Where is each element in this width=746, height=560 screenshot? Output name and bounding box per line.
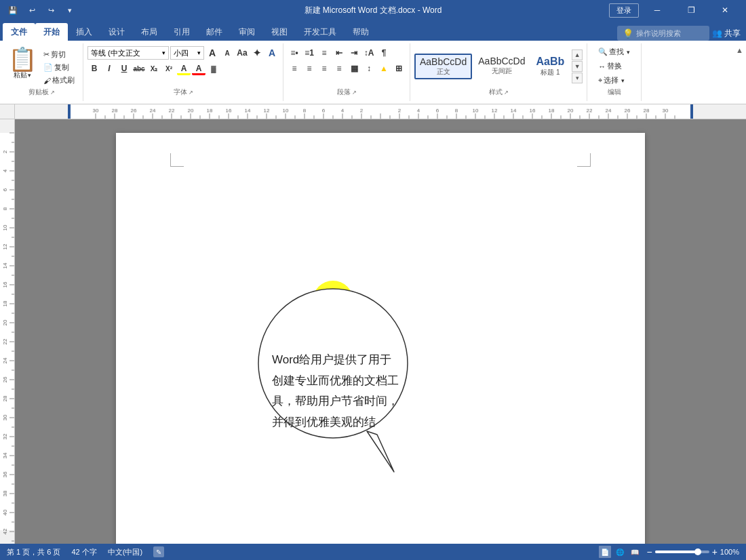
styles-scroll-up-button[interactable]: ▲	[572, 49, 583, 60]
zoom-level: 100%	[720, 548, 739, 556]
font-name-selector[interactable]: 等线 (中文正文 ▾	[87, 46, 169, 60]
find-label: 查找	[609, 47, 624, 57]
clipboard-expand-icon[interactable]: ↗	[50, 89, 55, 96]
align-center-button[interactable]: ≡	[302, 62, 316, 75]
tab-design[interactable]: 设计	[100, 23, 133, 41]
line-spacing-button[interactable]: ↕	[362, 62, 376, 75]
track-changes-icon[interactable]: ✎	[153, 546, 164, 557]
document-area[interactable]: ↖ Word给用户提供了用于创建专业而优雅的文档工具，帮助用户节省时间，并得到优…	[15, 119, 746, 544]
increase-indent-button[interactable]: ⇥	[347, 46, 361, 60]
multilevel-list-button[interactable]: ≡	[317, 46, 331, 60]
text-shading-button[interactable]: ▓	[207, 62, 220, 75]
find-dropdown-icon[interactable]: ▾	[627, 49, 630, 56]
restore-button[interactable]: ❐	[675, 0, 707, 20]
help-search-input[interactable]	[636, 29, 704, 37]
title-right: 登录 ─ ❐ ✕	[609, 0, 741, 20]
tab-developer[interactable]: 开发工具	[296, 23, 345, 41]
align-left-button[interactable]: ≡	[288, 62, 301, 75]
font-color-button[interactable]: A	[192, 62, 205, 75]
font-grow-button[interactable]: A	[205, 46, 219, 60]
cut-button[interactable]: ✂ 剪切	[41, 49, 77, 60]
bullets-button[interactable]: ≡•	[288, 46, 301, 60]
format-painter-button[interactable]: 🖌 格式刷	[41, 75, 77, 86]
tab-layout[interactable]: 布局	[133, 23, 165, 41]
collapse-ribbon-button[interactable]: ▲	[733, 43, 746, 101]
change-case-button[interactable]: Aa	[235, 46, 249, 60]
zoom-bar: − + 100%	[646, 546, 739, 557]
tab-mailings[interactable]: 邮件	[198, 23, 231, 41]
tab-home[interactable]: 开始	[35, 23, 68, 41]
tab-review[interactable]: 审阅	[231, 23, 263, 41]
clear-format-button[interactable]: ✦	[250, 46, 264, 60]
share-button[interactable]: 👥 共享	[712, 28, 741, 39]
paste-dropdown-icon[interactable]: ▾	[28, 72, 31, 79]
undo-icon[interactable]: ↩	[24, 3, 39, 18]
redo-icon[interactable]: ↪	[43, 3, 58, 18]
text-effect-button[interactable]: A	[265, 46, 279, 60]
font-name-dropdown-icon[interactable]: ▾	[162, 49, 165, 56]
customize-qat-icon[interactable]: ▾	[62, 3, 77, 18]
paste-button[interactable]: 📋 粘贴 ▾	[5, 46, 39, 81]
help-search-box[interactable]: 💡	[617, 26, 709, 41]
tab-help[interactable]: 帮助	[345, 23, 377, 41]
style-normal[interactable]: AaBbCcDd 正文	[414, 54, 472, 79]
bold-button[interactable]: B	[87, 62, 101, 75]
zoom-out-button[interactable]: −	[646, 546, 652, 557]
copy-button[interactable]: 📄 复制	[41, 62, 77, 73]
find-icon: 🔍	[598, 47, 608, 56]
print-layout-button[interactable]: 📄	[599, 546, 611, 558]
save-icon[interactable]: 💾	[5, 3, 20, 18]
styles-more-button[interactable]: ▾	[572, 73, 583, 83]
select-dropdown-icon[interactable]: ▾	[621, 77, 625, 84]
underline-button[interactable]: U	[117, 62, 131, 75]
shading-button[interactable]: ▲	[377, 62, 391, 75]
columns-button[interactable]: ▦	[347, 62, 361, 75]
font-expand-icon[interactable]: ↗	[189, 89, 193, 96]
tab-view[interactable]: 视图	[263, 23, 296, 41]
close-button[interactable]: ✕	[709, 0, 741, 20]
show-marks-button[interactable]: ¶	[377, 46, 391, 60]
web-layout-button[interactable]: 🌐	[614, 546, 626, 558]
italic-button[interactable]: I	[102, 62, 116, 75]
font-shrink-button[interactable]: A	[220, 46, 234, 60]
style-no-spacing-label: 无间距	[478, 66, 525, 76]
font-size-dropdown-icon[interactable]: ▾	[197, 49, 201, 56]
paragraph-expand-icon[interactable]: ↗	[352, 89, 357, 96]
style-no-spacing[interactable]: AaBbCcDd 无间距	[473, 54, 530, 79]
title-left: 💾 ↩ ↪ ▾	[5, 3, 77, 18]
justify-button[interactable]: ≡	[332, 62, 346, 75]
zoom-in-button[interactable]: +	[712, 546, 718, 557]
title-bar: 💾 ↩ ↪ ▾ 新建 Microsoft Word 文档.docx - Word…	[0, 0, 746, 20]
ribbon-tab-bar: 文件 开始 插入 设计 布局 引用 邮件 审阅 视图 开发工具 帮助 💡 👥 共…	[0, 20, 746, 41]
superscript-button[interactable]: X²	[162, 62, 176, 75]
sort-button[interactable]: ↕A	[362, 46, 376, 60]
speech-bubble[interactable]: ↖ Word给用户提供了用于创建专业而优雅的文档工具，帮助用户节省时间，并得到优…	[252, 268, 421, 479]
replace-icon: ↔	[598, 62, 606, 71]
login-button[interactable]: 登录	[609, 3, 639, 18]
highlight-color-button[interactable]: A	[177, 62, 191, 75]
view-buttons: 📄 🌐 📖	[599, 546, 641, 558]
select-button[interactable]: ⌖ 选择 ▾	[595, 75, 633, 86]
styles-scroll-down-button[interactable]: ▼	[572, 61, 583, 72]
borders-button[interactable]: ⊞	[392, 62, 406, 75]
document-page[interactable]: ↖ Word给用户提供了用于创建专业而优雅的文档工具，帮助用户节省时间，并得到优…	[116, 133, 645, 544]
font-group: 等线 (中文正文 ▾ 小四 ▾ A A Aa ✦ A B I U abc X₂	[83, 43, 283, 101]
minimize-button[interactable]: ─	[642, 0, 673, 20]
numbering-button[interactable]: ≡1	[302, 46, 316, 60]
decrease-indent-button[interactable]: ⇤	[332, 46, 346, 60]
zoom-slider[interactable]	[655, 551, 709, 553]
font-size-selector[interactable]: 小四 ▾	[170, 46, 204, 60]
tab-file[interactable]: 文件	[3, 23, 35, 41]
style-heading1[interactable]: AaBb 标题 1	[532, 54, 570, 79]
tab-references[interactable]: 引用	[165, 23, 198, 41]
read-mode-button[interactable]: 📖	[629, 546, 641, 558]
align-right-button[interactable]: ≡	[317, 62, 331, 75]
cut-label: 剪切	[51, 49, 66, 60]
replace-button[interactable]: ↔ 替换	[595, 60, 633, 72]
subscript-button[interactable]: X₂	[147, 62, 161, 75]
styles-expand-icon[interactable]: ↗	[504, 89, 509, 96]
strikethrough-button[interactable]: abc	[132, 62, 146, 75]
window-title: 新建 Microsoft Word 文档.docx - Word	[305, 5, 442, 16]
tab-insert[interactable]: 插入	[68, 23, 100, 41]
find-button[interactable]: 🔍 查找 ▾	[595, 46, 633, 58]
